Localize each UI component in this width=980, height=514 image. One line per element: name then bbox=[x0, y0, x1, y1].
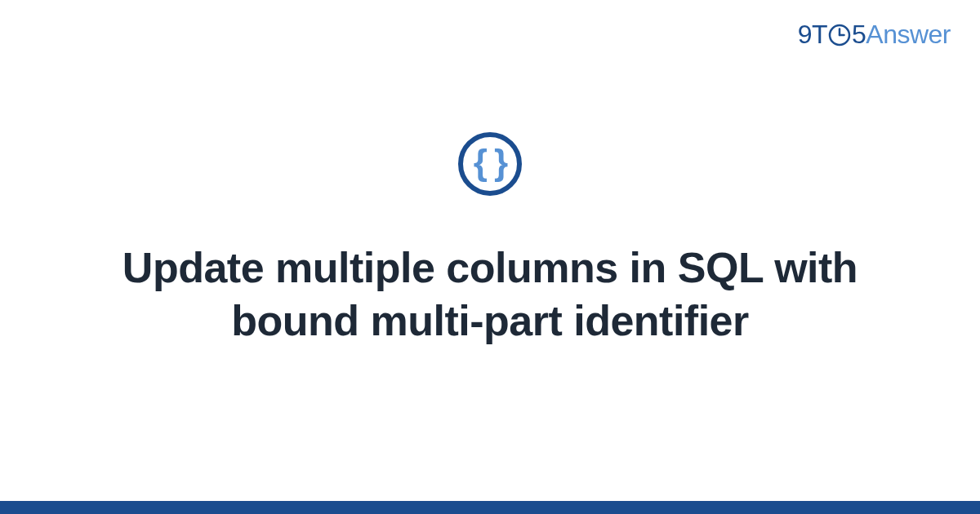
braces-glyph: { } bbox=[474, 144, 506, 180]
logo-text-answer: Answer bbox=[866, 20, 951, 50]
main-content: { } Update multiple columns in SQL with … bbox=[0, 132, 980, 348]
site-logo[interactable]: 9T 5 Answer bbox=[798, 20, 951, 50]
logo-text-5: 5 bbox=[852, 20, 866, 50]
code-braces-icon: { } bbox=[458, 132, 522, 196]
page-title: Update multiple columns in SQL with boun… bbox=[98, 241, 882, 348]
logo-text-9t: 9T bbox=[798, 20, 827, 50]
clock-icon bbox=[828, 24, 851, 47]
footer-accent-bar bbox=[0, 501, 980, 514]
